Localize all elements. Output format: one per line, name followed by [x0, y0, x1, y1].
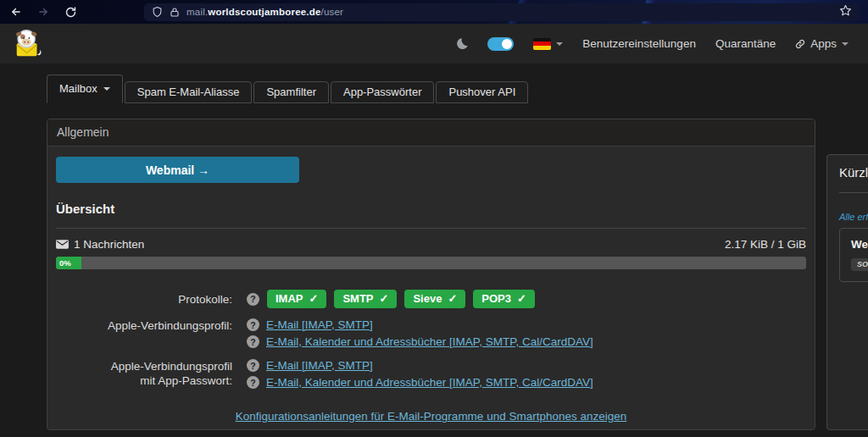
apple-profile-app-password-full-link[interactable]: E-Mail, Kalender und Adressbücher [IMAP,… [266, 376, 593, 389]
quota-text: 2.17 KiB / 1 GiB [725, 238, 806, 251]
check-icon: ✓ [517, 292, 526, 305]
help-icon[interactable]: ? [247, 293, 259, 306]
check-icon: ✓ [380, 292, 389, 305]
overview-heading: Übersicht [56, 202, 806, 216]
language-dropdown[interactable] [533, 38, 563, 50]
mailcow-logo[interactable] [13, 28, 45, 60]
forward-icon[interactable] [36, 6, 51, 18]
apple-profile-mail-link[interactable]: E-Mail [IMAP, SMTP] [266, 318, 373, 331]
badge-label: SMTP [342, 292, 373, 305]
url-text: mail.worldscoutjamboree.de/user [186, 7, 343, 17]
quota-progress-fill: 0% [56, 257, 81, 269]
tab-bar: Mailbox Spam E-Mail-Aliasse Spamfilter A… [47, 75, 868, 103]
help-icon[interactable]: ? [247, 335, 259, 348]
dark-mode-toggle[interactable] [487, 37, 514, 51]
protocol-badge-pop3: POP3✓ [473, 290, 535, 308]
page: mail.worldscoutjamboree.de/user [0, 0, 868, 437]
message-count: 1 Nachrichten [74, 238, 144, 251]
protocol-badge-imap: IMAP✓ [267, 290, 326, 308]
nav-item-quarantine[interactable]: Quarantäne [715, 37, 776, 50]
tab-label: Mailbox [59, 82, 97, 95]
apple-profile-app-password-mail-link[interactable]: E-Mail [IMAP, SMTP] [266, 359, 373, 372]
german-flag-icon [533, 38, 551, 50]
all-successful-link[interactable]: Alle erfolg [839, 212, 868, 222]
help-icon[interactable]: ? [247, 359, 259, 372]
mailbox-usage-row: 1 Nachrichten 2.17 KiB / 1 GiB [56, 238, 806, 251]
sogo-badge: SOGo [851, 258, 868, 271]
configuration-guides-link[interactable]: Konfigurationsanleitungen für E-Mail-Pro… [236, 410, 627, 423]
apple-profile-full-link[interactable]: E-Mail, Kalender und Adressbücher [IMAP,… [266, 335, 593, 348]
help-icon[interactable]: ? [247, 318, 259, 331]
tab-pushover-api[interactable]: Pushover API [436, 81, 528, 103]
tab-spamfilter[interactable]: Spamfilter [253, 81, 329, 103]
moon-icon [455, 37, 468, 50]
badge-label: Sieve [413, 292, 442, 305]
protocol-badge-smtp: SMTP✓ [334, 290, 397, 308]
panel-title: Allgemein [47, 119, 815, 147]
tab-spam-aliases[interactable]: Spam E-Mail-Aliasse [125, 81, 253, 103]
check-icon: ✓ [448, 292, 457, 305]
apple-profile-label: Apple-Verbindungsprofil: [56, 318, 240, 333]
protocols-row: Protokolle: ? IMAP✓ SMTP✓ Sieve✓ POP3✓ [56, 290, 806, 308]
protocols-label: Protokolle: [56, 292, 240, 307]
login-client: Web/ [851, 238, 868, 251]
tab-app-passwords[interactable]: App-Passwörter [331, 81, 434, 103]
recent-logins-panel: Kürzlich Alle erfolg Web/ SOGo [826, 154, 868, 430]
apple-profile-app-password-label: Apple-Verbindungsprofil mit App-Passwort… [56, 359, 240, 388]
help-icon[interactable]: ? [247, 376, 259, 389]
caret-down-icon [556, 42, 563, 46]
reload-icon[interactable] [63, 6, 78, 19]
shield-icon[interactable] [152, 6, 163, 18]
protocol-badge-sieve: Sieve✓ [404, 290, 465, 308]
tab-mailbox[interactable]: Mailbox [47, 75, 123, 103]
badge-label: IMAP [275, 292, 303, 305]
back-icon[interactable] [8, 6, 24, 18]
apps-label: Apps [810, 37, 837, 50]
apps-dropdown[interactable]: Apps [795, 37, 849, 50]
webmail-button[interactable]: Webmail → [56, 157, 299, 183]
badge-label: POP3 [481, 292, 511, 305]
general-panel: Allgemein Webmail → Übersicht 1 Nachrich… [47, 119, 815, 430]
apple-profile-app-password-row: Apple-Verbindungsprofil mit App-Passwort… [56, 359, 806, 393]
caret-down-icon [103, 87, 110, 91]
caret-down-icon [842, 42, 849, 46]
check-icon: ✓ [309, 292, 319, 305]
nav-item-user-settings[interactable]: Benutzereinstellungen [582, 37, 696, 50]
footer-links: Konfigurationsanleitungen für E-Mail-Pro… [56, 408, 806, 430]
recent-login-entry[interactable]: Web/ SOGo [839, 228, 868, 282]
divider [56, 228, 806, 229]
apple-profile-row: Apple-Verbindungsprofil: ? E-Mail [IMAP,… [56, 318, 806, 352]
lock-icon[interactable] [170, 7, 180, 18]
recent-logins-title: Kürzlich [839, 165, 868, 180]
bookmark-star-icon[interactable] [839, 4, 852, 20]
address-bar[interactable]: mail.worldscoutjamboree.de/user [144, 3, 860, 21]
app-navbar: Benutzereinstellungen Quarantäne Apps [0, 24, 868, 64]
link-icon [795, 39, 805, 49]
divider [839, 192, 868, 193]
quota-progress-bar: 0% [56, 257, 806, 269]
envelope-icon [56, 240, 69, 249]
browser-toolbar: mail.worldscoutjamboree.de/user [0, 0, 868, 24]
